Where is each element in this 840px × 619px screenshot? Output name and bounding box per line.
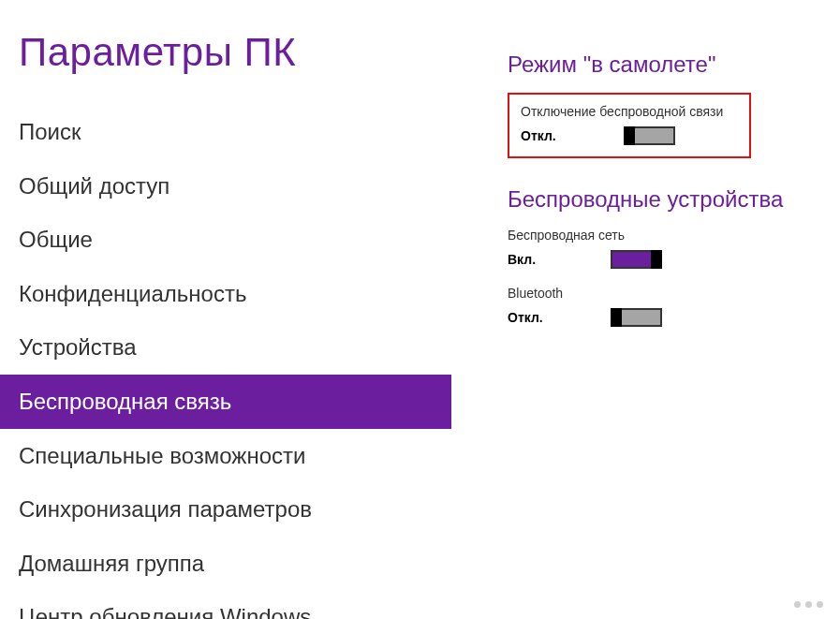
airplane-toggle-switch[interactable] — [624, 126, 675, 145]
wifi-setting-block: Беспроводная сеть Вкл. — [508, 228, 821, 269]
airplane-toggle-row: Откл. — [521, 126, 738, 145]
airplane-mode-header: Режим "в самолете" — [508, 52, 821, 78]
wifi-toggle-switch[interactable] — [611, 250, 662, 269]
nav-item-search[interactable]: Поиск — [0, 105, 451, 159]
wifi-toggle-status: Вкл. — [508, 252, 554, 267]
dot-icon — [805, 601, 812, 608]
nav-item-accessibility[interactable]: Специальные возможности — [0, 429, 451, 483]
nav-item-wireless[interactable]: Беспроводная связь — [0, 375, 451, 429]
wireless-devices-section: Беспроводные устройства Беспроводная сет… — [508, 186, 821, 327]
bluetooth-toggle-status: Откл. — [508, 310, 554, 325]
page-indicator-dots — [794, 601, 823, 608]
wireless-devices-header: Беспроводные устройства — [508, 186, 821, 213]
nav-item-devices[interactable]: Устройства — [0, 320, 451, 375]
bluetooth-setting-block: Bluetooth Откл. — [508, 286, 821, 327]
bluetooth-toggle-row: Откл. — [508, 308, 821, 327]
airplane-mode-label: Отключение беспроводной связи — [521, 104, 738, 119]
wifi-label: Беспроводная сеть — [508, 228, 821, 243]
dot-icon — [794, 601, 801, 608]
airplane-mode-highlighted-box: Отключение беспроводной связи Откл. — [508, 93, 751, 158]
nav-item-share[interactable]: Общий доступ — [0, 159, 451, 214]
nav-item-sync[interactable]: Синхронизация параметров — [0, 482, 451, 537]
content-panel: Режим "в самолете" Отключение беспроводн… — [451, 0, 840, 619]
sidebar: Параметры ПК Поиск Общий доступ Общие Ко… — [0, 0, 451, 619]
nav-item-general[interactable]: Общие — [0, 213, 451, 267]
bluetooth-toggle-switch[interactable] — [611, 308, 662, 327]
airplane-toggle-status: Откл. — [521, 128, 567, 143]
nav-item-privacy[interactable]: Конфиденциальность — [0, 267, 451, 321]
nav-item-windows-update[interactable]: Центр обновления Windows — [0, 590, 451, 619]
nav-item-homegroup[interactable]: Домашняя группа — [0, 537, 451, 591]
wifi-toggle-row: Вкл. — [508, 250, 821, 269]
dot-icon — [817, 601, 823, 608]
sidebar-title: Параметры ПК — [0, 0, 451, 75]
bluetooth-label: Bluetooth — [508, 286, 821, 301]
